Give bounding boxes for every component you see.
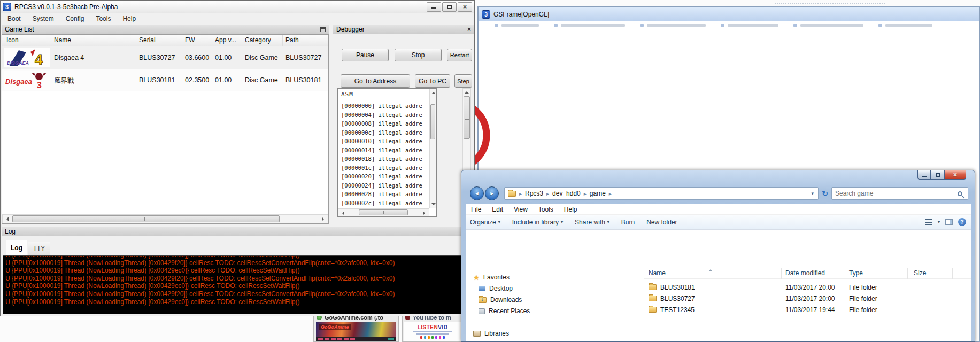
column-name[interactable]: Name (54, 36, 71, 44)
column-fw[interactable]: FW (185, 36, 195, 44)
pause-button[interactable]: Pause (342, 49, 389, 61)
scrollbar-thumb[interactable] (359, 209, 408, 215)
close-button[interactable]: × (944, 170, 966, 180)
sidebar-item-apps[interactable]: Apps (479, 339, 504, 342)
game-list-hscrollbar[interactable] (2, 214, 328, 223)
scrollbar-thumb[interactable] (464, 96, 470, 139)
menu-item-file[interactable]: File (466, 206, 487, 213)
restart-button[interactable]: Restart (447, 49, 472, 61)
minimize-button[interactable] (917, 170, 931, 180)
refresh-button[interactable]: ↻ (820, 188, 830, 199)
refresh-icon: ↻ (822, 189, 828, 198)
sidebar-group-libraries[interactable]: Libraries (473, 328, 509, 339)
sidebar-item-desktop[interactable]: Desktop (479, 283, 513, 294)
close-button[interactable]: × (458, 2, 472, 12)
column-icon[interactable]: Icon (6, 36, 19, 44)
breadcrumb-separator-icon: ▸ (584, 191, 587, 197)
help-icon[interactable]: ? (958, 218, 966, 226)
file-name: BLUS30181 (660, 284, 695, 291)
share-with-button[interactable]: Share with▾ (575, 219, 609, 226)
search-input[interactable] (832, 190, 958, 197)
search-box[interactable] (831, 187, 968, 200)
log-output[interactable]: U {PPU[0x1000019] Thread (NowLoadingThre… (3, 255, 472, 314)
go-to-pc-button[interactable]: Go To PC (415, 74, 450, 88)
menu-item-config[interactable]: Config (60, 14, 90, 24)
gsframe-titlebar[interactable]: 3 GSFrame[OpenGL] (479, 7, 979, 21)
scroll-up-arrow-icon[interactable] (431, 90, 436, 94)
new-folder-button[interactable]: New folder (646, 219, 677, 226)
include-in-library-button[interactable]: Include in library▾ (512, 219, 563, 226)
menu-item-edit[interactable]: Edit (487, 206, 508, 213)
tab-tty[interactable]: TTY (28, 242, 50, 255)
asm-listing[interactable]: ASM [00000000] illegal addre[00000004] i… (337, 88, 437, 217)
menu-item-system[interactable]: System (27, 14, 60, 24)
breadcrumb-game[interactable]: game (590, 190, 606, 197)
background-browser-gogoanime[interactable]: GoGoAnime.com (.to GoGoAnime (313, 313, 399, 342)
folder-icon (508, 191, 516, 197)
scrollbar-thumb[interactable] (12, 215, 280, 222)
scroll-up-arrow-icon[interactable] (465, 89, 469, 94)
game-list-panel-header: Game List (2, 25, 329, 34)
file-row-blus30727[interactable]: BLUS30727 11/03/2017 20:00 File folder (644, 293, 952, 305)
column-name[interactable]: Name (649, 269, 666, 277)
asm-vscrollbar[interactable] (429, 89, 436, 208)
scroll-right-arrow-icon[interactable] (423, 211, 427, 215)
rpcs3-titlebar[interactable]: 3 RPCS3 v0.0.1-3-5e3bacb Pre-Alpha × (1, 1, 474, 13)
background-browser-listenvid[interactable]: YouTube to m LISTENVID (402, 313, 463, 342)
address-dropdown-icon[interactable]: ▾ (811, 191, 818, 196)
sidebar-item-downloads[interactable]: Downloads (479, 294, 522, 305)
forward-button[interactable]: ► (485, 186, 499, 200)
float-window-icon[interactable] (320, 27, 326, 32)
stop-button[interactable]: Stop (395, 49, 442, 61)
scroll-down-arrow-icon[interactable] (431, 203, 436, 207)
game-row-makai-senki[interactable]: Disgaea 3 魔界戦 BLUS30181 02.3500 01.00 Di… (2, 69, 328, 91)
preview-pane-icon[interactable] (945, 219, 953, 225)
menu-item-boot[interactable]: Boot (2, 14, 27, 24)
explorer-content: File Edit View Tools Help Organize▾ Incl… (466, 204, 971, 341)
organize-button[interactable]: Organize▾ (470, 219, 500, 226)
search-icon[interactable] (958, 191, 962, 196)
game-row-disgaea4[interactable]: DISGAEA 4 Disgaea 4 BLUS30727 03.6600 01… (2, 46, 328, 69)
sidebar-group-favorites[interactable]: ★ Favorites (473, 272, 510, 283)
tab-log[interactable]: Log (6, 240, 27, 255)
address-bar[interactable]: ▸ Rpcs3 ▸ dev_hdd0 ▸ game ▸ ▾ (504, 187, 819, 200)
menu-item-view[interactable]: View (508, 206, 533, 213)
menu-item-help[interactable]: Help (117, 14, 142, 24)
menu-item-tools[interactable]: Tools (90, 14, 117, 24)
scroll-left-arrow-icon[interactable] (340, 211, 344, 215)
file-date: 11/03/2017 20:00 (785, 284, 835, 291)
file-row-blus30181[interactable]: BLUS30181 11/03/2017 20:00 File folder (644, 282, 952, 293)
change-view-icon[interactable] (925, 219, 932, 225)
column-category[interactable]: Category (245, 36, 271, 44)
dropdown-arrow-icon[interactable]: ▾ (938, 220, 940, 224)
scroll-left-arrow-icon[interactable] (4, 217, 9, 221)
menu-item-tools[interactable]: Tools (533, 206, 559, 213)
scrollbar-thumb[interactable] (430, 104, 435, 139)
burn-button[interactable]: Burn (621, 219, 635, 226)
column-size[interactable]: Size (914, 269, 926, 277)
file-list-column-headers[interactable]: Name Date modified Type Size (644, 268, 971, 279)
go-to-address-button[interactable]: Go To Address (341, 74, 410, 88)
minimize-button[interactable] (427, 2, 441, 12)
debugger-panel-header: Debugger × (333, 25, 474, 34)
debugger-close-icon[interactable]: × (467, 26, 471, 33)
column-appver[interactable]: App v... (215, 36, 236, 44)
step-button[interactable]: Step (454, 74, 472, 88)
game-list-column-headers[interactable]: Icon Name Serial FW App v... Category Pa… (2, 35, 328, 46)
column-serial[interactable]: Serial (139, 36, 156, 44)
column-path[interactable]: Path (285, 36, 299, 44)
column-date-modified[interactable]: Date modified (785, 269, 825, 277)
sidebar-item-recent-places[interactable]: Recent Places (479, 306, 530, 316)
breadcrumb-dev-hdd0[interactable]: dev_hdd0 (552, 190, 581, 197)
maximize-button[interactable] (442, 2, 457, 12)
dropdown-arrow-icon: ▾ (607, 220, 609, 224)
menu-item-help[interactable]: Help (559, 206, 583, 213)
breadcrumb-rpcs3[interactable]: Rpcs3 (525, 190, 543, 197)
scroll-right-arrow-icon[interactable] (322, 217, 326, 221)
asm-rows[interactable]: [00000000] illegal addre[00000004] illeg… (338, 102, 429, 208)
maximize-button[interactable] (931, 170, 944, 180)
column-type[interactable]: Type (849, 269, 863, 277)
file-row-test12345[interactable]: TEST12345 11/03/2017 19:44 File folder (644, 305, 952, 316)
asm-hscrollbar[interactable] (338, 208, 429, 216)
back-button[interactable]: ◄ (470, 186, 484, 200)
